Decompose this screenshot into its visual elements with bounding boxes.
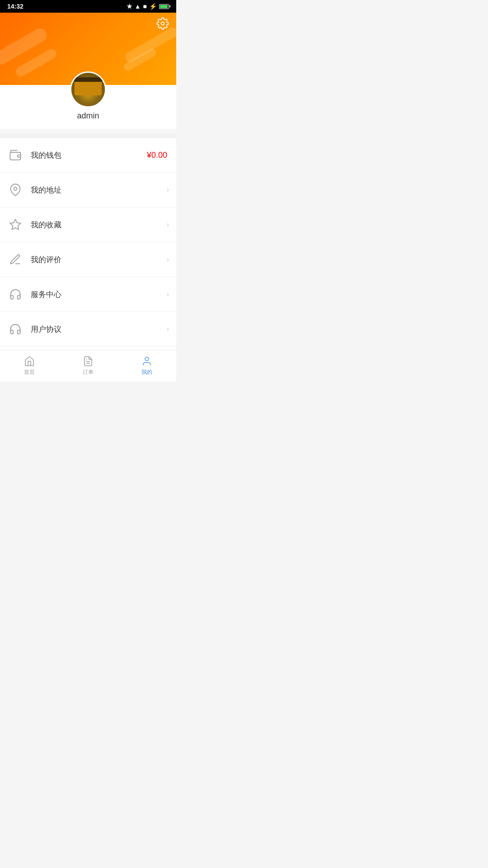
battery-icon xyxy=(159,4,169,9)
status-time: 14:32 xyxy=(7,3,23,10)
username: admin xyxy=(0,111,176,121)
nav-item-orders[interactable]: 订单 xyxy=(59,350,117,382)
profile-card: admin xyxy=(0,71,176,129)
address-label: 我的地址 xyxy=(31,185,167,195)
home-icon xyxy=(24,356,35,367)
agreement-chevron: › xyxy=(167,325,169,333)
status-bar: 14:32 ★ ▲ ■ ⚡ xyxy=(0,0,176,13)
menu-list: 我的钱包 ¥0.00 我的地址 › 我的收藏 › 我的评价 xyxy=(0,138,176,382)
address-icon xyxy=(7,182,23,198)
wallet-icon xyxy=(7,147,23,163)
favorites-label: 我的收藏 xyxy=(31,220,167,230)
menu-item-agreement[interactable]: 用户协议 › xyxy=(0,312,176,347)
menu-item-reviews[interactable]: 我的评价 › xyxy=(0,242,176,277)
profile-icon xyxy=(141,356,152,367)
settings-icon xyxy=(156,17,169,30)
section-divider xyxy=(0,134,176,138)
svg-marker-3 xyxy=(10,219,20,229)
agreement-label: 用户协议 xyxy=(31,324,167,335)
service-label: 服务中心 xyxy=(31,289,167,300)
orders-nav-label: 订单 xyxy=(83,368,94,376)
avatar-image xyxy=(71,73,105,106)
svg-rect-1 xyxy=(10,152,20,160)
wallet-value: ¥0.00 xyxy=(147,151,167,160)
service-chevron: › xyxy=(167,290,169,298)
signal-icon: ■ xyxy=(143,3,147,10)
nav-item-profile[interactable]: 我的 xyxy=(117,350,176,382)
reviews-icon xyxy=(7,251,23,268)
reviews-label: 我的评价 xyxy=(31,255,167,265)
charge-icon: ⚡ xyxy=(149,3,157,10)
profile-nav-label: 我的 xyxy=(141,368,152,376)
svg-point-2 xyxy=(14,187,17,190)
svg-point-0 xyxy=(161,22,164,25)
hero-section: admin xyxy=(0,13,176,129)
status-icons: ★ ▲ ■ ⚡ xyxy=(127,3,169,10)
wallet-label: 我的钱包 xyxy=(31,150,147,160)
settings-button[interactable] xyxy=(156,17,169,33)
menu-item-wallet[interactable]: 我的钱包 ¥0.00 xyxy=(0,138,176,173)
reviews-chevron: › xyxy=(167,255,169,264)
avatar[interactable] xyxy=(70,71,106,108)
bottom-navigation: 首页 订单 我的 xyxy=(0,350,176,382)
menu-item-address[interactable]: 我的地址 › xyxy=(0,173,176,208)
orders-icon xyxy=(83,356,94,367)
favorites-icon xyxy=(7,217,23,233)
menu-item-service[interactable]: 服务中心 › xyxy=(0,277,176,312)
address-chevron: › xyxy=(167,186,169,194)
service-icon xyxy=(7,286,23,302)
nav-item-home[interactable]: 首页 xyxy=(0,350,59,382)
svg-point-6 xyxy=(145,357,149,361)
bluetooth-icon: ★ xyxy=(127,3,132,10)
home-nav-label: 首页 xyxy=(24,368,35,376)
wifi-icon: ▲ xyxy=(135,3,141,10)
agreement-icon xyxy=(7,321,23,337)
favorites-chevron: › xyxy=(167,221,169,229)
avatar-wrapper xyxy=(0,71,176,108)
menu-item-favorites[interactable]: 我的收藏 › xyxy=(0,208,176,242)
